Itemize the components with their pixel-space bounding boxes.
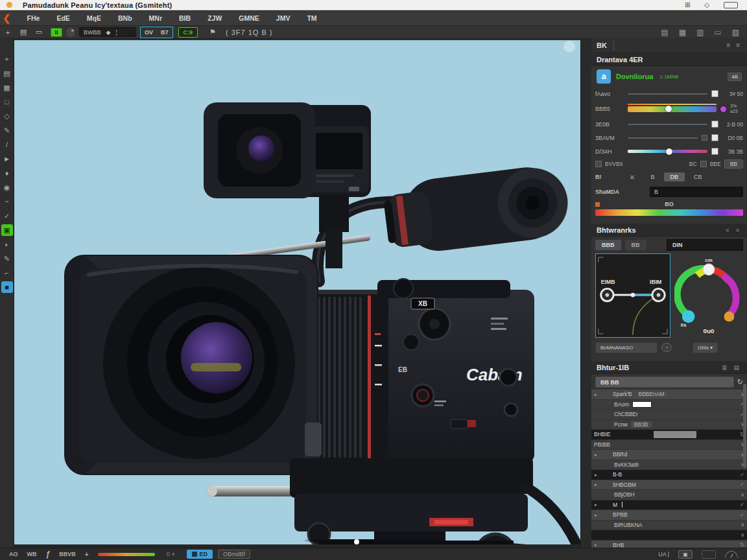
tool-crop-icon[interactable]: ⌐ <box>1 267 13 279</box>
menu-item-9[interactable]: TM <box>298 11 325 26</box>
layer-row-11-editing[interactable]: ● M ✓ <box>591 500 747 511</box>
eye-icon[interactable]: ● <box>594 542 600 547</box>
brush-preview-icon[interactable] <box>66 28 75 37</box>
menu-item-7[interactable]: GMNE <box>230 11 268 26</box>
performance-gauge-icon[interactable] <box>725 551 738 558</box>
layer-row-2[interactable]: ChCBBEr ✓ <box>591 410 747 420</box>
gradient-bar[interactable] <box>595 209 743 216</box>
tab-properties[interactable]: BK <box>597 41 614 50</box>
check-icon[interactable]: ✓ <box>740 482 744 487</box>
zoom-dropdown[interactable]: B ▾ <box>167 551 175 557</box>
eye-icon[interactable]: ● <box>594 392 600 397</box>
tool-line-icon[interactable]: / <box>1 139 13 150</box>
display-mode-icon[interactable]: ▣ <box>678 550 693 559</box>
eye-icon[interactable]: ● <box>594 502 600 507</box>
check-icon[interactable]: ✓ <box>740 502 744 508</box>
slider-4-track[interactable] <box>628 150 707 153</box>
window-settings-icon[interactable]: ⊞ <box>685 1 690 8</box>
check-icon[interactable]: ✓ <box>740 472 744 478</box>
slider-3-checkbox[interactable] <box>711 134 718 141</box>
material-options-button[interactable]: 4B <box>728 73 742 81</box>
workspace-layout-icon-4[interactable]: ▭ <box>714 28 721 37</box>
view-toggle-label[interactable]: ( 3F7 1Q B ) <box>226 29 273 36</box>
panel-tool-icon[interactable]: ▤ <box>16 28 31 36</box>
eye-icon[interactable]: ● <box>594 452 600 457</box>
slider-4-checkbox[interactable] <box>711 148 718 155</box>
tool-clone-icon[interactable]: ◐ <box>1 239 13 250</box>
tool-marquee-icon[interactable]: ▤ <box>1 67 13 79</box>
segment-option-3[interactable]: CB <box>687 172 709 181</box>
slider-2-checkbox[interactable] <box>711 121 718 128</box>
segment-option-2-selected[interactable]: DB <box>664 172 685 181</box>
layers-header-icons[interactable]: ≣ ▤ <box>722 364 742 371</box>
layer-row-15[interactable]: ● BHB ↻ <box>591 541 747 548</box>
window-maximize-button[interactable] <box>724 2 738 8</box>
tool-play-icon[interactable]: ► <box>1 153 13 165</box>
symmetry-toggle-group[interactable]: OV B7 <box>140 27 173 38</box>
tool-lasso-icon[interactable]: ◇ <box>1 110 13 122</box>
tool-pencil-icon[interactable]: ✎ <box>1 253 13 264</box>
option-checkbox-1[interactable] <box>595 161 602 167</box>
menu-item-1[interactable]: EdE <box>48 11 78 26</box>
layers-search-input[interactable]: BB BB <box>595 377 734 388</box>
tool-move-icon[interactable]: + <box>1 53 13 65</box>
balance-combo-2[interactable]: GMs ▾ <box>693 342 718 353</box>
slider-3-value[interactable]: D0 0B <box>722 135 743 141</box>
tool-check-icon[interactable]: ✓ <box>1 210 13 222</box>
tool-pen-icon[interactable]: ✎ <box>1 124 13 136</box>
workspace-layout-icon-3[interactable]: ▥ <box>696 28 704 37</box>
layer-row-0[interactable]: ● Spark'B BBBEnAM ∨ <box>591 390 747 400</box>
check-icon[interactable]: ✓ <box>740 512 744 518</box>
menu-item-0[interactable]: FHe <box>19 11 49 26</box>
segment-option-0[interactable]: a: <box>624 172 642 181</box>
menu-item-2[interactable]: MqE <box>78 11 110 26</box>
right-panel-scrollbar[interactable] <box>743 384 746 468</box>
option-small-button[interactable]: BB <box>724 159 743 169</box>
tool-diamond-icon[interactable]: ♦ <box>1 167 13 179</box>
layer-row-8[interactable]: ● B-B ✓ <box>591 470 747 480</box>
option-checkbox-2[interactable] <box>700 161 707 167</box>
spinner-icon[interactable]: ◔ <box>661 343 672 352</box>
slider-0-track[interactable] <box>628 93 707 95</box>
tool-fill-icon-active[interactable]: ▣ <box>1 224 13 236</box>
eye-icon[interactable]: ● <box>594 472 600 477</box>
layer-row-3[interactable]: Pcnw BB3B ∨ <box>591 420 747 430</box>
chevron-down-icon[interactable]: ∨ <box>741 532 744 538</box>
menu-item-4[interactable]: MNr <box>141 11 171 26</box>
tool-swatch-icon-active[interactable]: ■ <box>1 281 13 293</box>
layer-row-4-selected[interactable]: BHBIE ↻ <box>591 430 747 440</box>
tool-smudge-icon[interactable]: ~ <box>1 196 13 207</box>
flag-icon[interactable]: ⚑ <box>209 28 217 36</box>
menu-item-8[interactable]: JMV <box>268 11 299 26</box>
slider-1-color-dot[interactable] <box>720 106 726 112</box>
refresh-icon[interactable]: ↻ <box>737 378 743 386</box>
layer-row-12[interactable]: ● BPBB ✓ <box>591 510 747 520</box>
layer-inline-button[interactable] <box>654 431 696 438</box>
panel-menu-icon[interactable]: ≡ ≡ <box>727 41 742 49</box>
slider-4-handle[interactable] <box>666 148 672 155</box>
layer-row-6[interactable]: ● BBRd ∨ <box>591 450 747 460</box>
viewport-bottom-handle[interactable] <box>354 539 359 544</box>
balance-tab-0[interactable]: BBB <box>595 240 621 250</box>
pointer-tool-icon[interactable]: + <box>0 29 16 36</box>
menu-item-3[interactable]: BNb <box>110 11 141 26</box>
window-mode-icon[interactable] <box>702 550 716 559</box>
slider-3-track[interactable] <box>628 137 698 139</box>
layer-row-14[interactable]: ∨ <box>591 530 747 541</box>
eye-icon[interactable]: ● <box>594 482 600 487</box>
hue-gauge[interactable]: cm 0s 0u0 <box>674 253 743 338</box>
material-row[interactable]: a Dovnliorua 1.1MNB 4B <box>591 66 747 87</box>
layer-row-10[interactable]: BBjOBH ∨ <box>591 490 747 500</box>
tool-target-icon[interactable]: ◉ <box>1 181 13 193</box>
chevron-down-icon[interactable]: ∨ <box>741 492 744 498</box>
material-thumbnail-icon[interactable]: a <box>597 69 611 84</box>
status-item-4[interactable]: BBVB <box>59 551 76 557</box>
active-material-button[interactable]: II <box>51 28 62 37</box>
frame-info-button[interactable]: OBmdBf <box>218 550 250 559</box>
pen-pressure-icon[interactable]: ƒ <box>46 550 51 559</box>
list-tool-icon[interactable]: ▭ <box>31 28 47 36</box>
status-item-2[interactable]: WB <box>27 551 37 557</box>
balance-header-icons[interactable]: ≡ ≡ <box>726 227 742 233</box>
layer-row-9[interactable]: ● 5HBGBM ✓ <box>591 480 747 491</box>
loop-icon[interactable]: ↻ <box>740 542 744 548</box>
